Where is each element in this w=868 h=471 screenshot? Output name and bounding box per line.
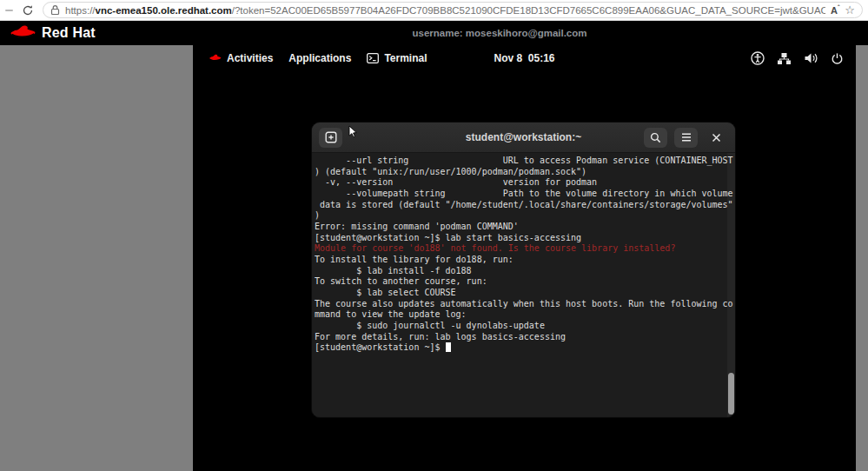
- terminal-line: To install the library for do188, run:: [315, 255, 733, 266]
- new-tab-icon: [325, 131, 337, 143]
- redhat-header: Red Hat username: moseskihoro@gmail.com: [0, 21, 868, 45]
- terminal-scrollbar-thumb[interactable]: [728, 373, 734, 415]
- redhat-logo: Red Hat: [0, 24, 96, 43]
- remote-desktop: Activities Applications Terminal Nov 8 0…: [193, 45, 856, 471]
- terminal-window: student@workstation:~: [311, 122, 736, 418]
- vnc-letterbox-right: [856, 45, 868, 471]
- gnome-top-bar: Activities Applications Terminal Nov 8 0…: [193, 45, 856, 71]
- terminal-line: $ lab select COURSE: [315, 288, 733, 299]
- vnc-letterbox-left: [0, 45, 193, 471]
- terminal-line: For more details, run: lab logs basics-a…: [315, 332, 733, 343]
- terminal-line: The course also updates automatically wh…: [315, 299, 733, 310]
- volume-icon[interactable]: [804, 52, 818, 64]
- url-scheme: https://: [65, 5, 96, 16]
- terminal-line: To switch to another course, run:: [315, 276, 733, 288]
- terminal-line: mmand to view the update log:: [315, 309, 733, 321]
- terminal-line: [student@workstation ~]$ lab start basic…: [315, 233, 733, 244]
- redhat-hat-icon: [209, 54, 222, 63]
- terminal-line: ): [315, 210, 733, 222]
- read-aloud-icon[interactable]: Aˆ: [831, 4, 839, 16]
- terminal-title: student@workstation:~: [466, 131, 581, 143]
- network-wired-icon[interactable]: [777, 52, 792, 65]
- terminal-label: Terminal: [384, 52, 427, 64]
- terminal-icon: [367, 53, 379, 63]
- redhat-fedora-icon: [10, 24, 36, 43]
- applications-label: Applications: [288, 52, 351, 64]
- username-label: username: moseskihoro@gmail.com: [412, 28, 586, 38]
- terminal-line: [student@workstation ~]$: [315, 342, 733, 354]
- terminal-app-indicator[interactable]: Terminal: [359, 45, 434, 71]
- accessibility-icon[interactable]: [751, 51, 765, 65]
- terminal-line: Module for course 'do188' not found. Is …: [315, 243, 733, 255]
- browser-toolbar: https://vnc-emea150.ole.redhat.com/?toke…: [0, 0, 868, 21]
- url-domain: vnc-emea150.ole.redhat.com: [96, 5, 232, 16]
- favorite-star-icon[interactable]: ☆: [845, 4, 855, 16]
- terminal-line: $ lab install -f do188: [315, 266, 733, 277]
- terminal-line: data is stored (default "/home/student/.…: [315, 200, 733, 211]
- back-button[interactable]: [5, 10, 13, 11]
- redhat-logo-text: Red Hat: [42, 25, 96, 41]
- system-tray: [751, 51, 847, 65]
- terminal-line: $ sudo journalctl -u dynolabs-update: [315, 321, 733, 332]
- close-icon: [712, 133, 721, 143]
- clock[interactable]: Nov 8 05:16: [494, 52, 554, 64]
- power-icon[interactable]: [831, 52, 844, 65]
- terminal-cursor: [446, 342, 451, 352]
- lock-icon: [50, 4, 60, 16]
- terminal-line: Error: missing command 'podman COMMAND': [315, 222, 733, 233]
- terminal-line: -v, --version version for podman: [315, 177, 733, 189]
- search-button[interactable]: [644, 128, 667, 148]
- hamburger-menu-icon: [681, 133, 692, 142]
- activities-button[interactable]: Activities: [202, 45, 281, 71]
- activities-label: Activities: [227, 52, 273, 64]
- url-text: https://vnc-emea150.ole.redhat.com/?toke…: [65, 5, 825, 16]
- terminal-line: --url string URL to access Podman servic…: [315, 156, 733, 167]
- refresh-icon: [22, 4, 34, 17]
- terminal-line: ) (default "unix:/run/user/1000/podman/p…: [315, 167, 733, 178]
- terminal-output: --url string URL to access Podman servic…: [315, 156, 733, 354]
- vnc-stage: Activities Applications Terminal Nov 8 0…: [0, 45, 868, 471]
- new-tab-button[interactable]: [319, 128, 342, 148]
- terminal-content[interactable]: --url string URL to access Podman servic…: [312, 153, 735, 417]
- menu-button[interactable]: [674, 128, 698, 148]
- mouse-cursor: [348, 125, 358, 139]
- address-bar[interactable]: https://vnc-emea150.ole.redhat.com/?toke…: [43, 2, 863, 18]
- terminal-titlebar[interactable]: student@workstation:~: [312, 123, 735, 153]
- url-path: /?token=52AC00ED65B5977B04A26FDC709BB8C5…: [232, 5, 825, 16]
- terminal-line: --volumepath string Path to the volume d…: [315, 189, 733, 200]
- search-icon: [650, 132, 661, 143]
- refresh-button[interactable]: [20, 3, 36, 18]
- applications-menu[interactable]: Applications: [281, 45, 359, 71]
- close-button[interactable]: [705, 128, 728, 148]
